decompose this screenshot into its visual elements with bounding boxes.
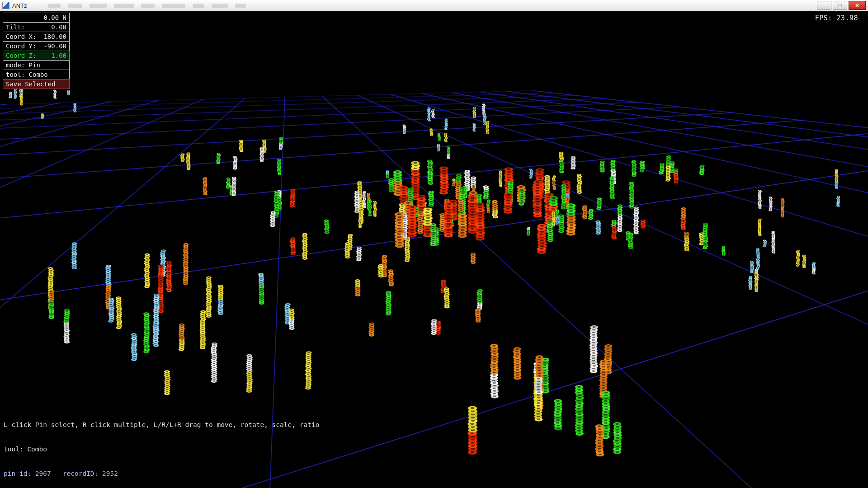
hud-panel: 0.00 N Tilt: 0.00 Coord X: 180.00 Coord … <box>3 13 70 89</box>
status-tool-line: tool: Combo <box>4 445 319 453</box>
hud-coord-z-label: Coord Z: <box>6 52 36 59</box>
hud-coord-z-value: 1.00 <box>51 52 66 59</box>
window-title: ANTz <box>12 2 27 9</box>
status-help-line: L-click Pin select, R-click multiple, L/… <box>4 421 319 429</box>
hud-coord-x-label: Coord X: <box>6 33 36 40</box>
ghost-menu-item <box>68 4 82 8</box>
save-selected-button[interactable]: Save Selected <box>3 79 70 89</box>
hud-tool-label: tool: Combo <box>6 71 48 78</box>
hud-coord-y-label: Coord Y: <box>6 42 36 50</box>
status-record-id: recordID: 2952 <box>63 470 118 477</box>
hud-tool-button[interactable]: tool: Combo <box>3 70 70 80</box>
ghost-menu-item <box>193 4 204 8</box>
ghost-menu-item <box>141 4 155 8</box>
ghost-menubar <box>48 4 246 8</box>
hud-coord-x-row: Coord X: 180.00 <box>3 32 70 42</box>
hud-mode-label: mode: Pin <box>6 61 40 69</box>
status-pin-id: pin id: 2967 <box>4 470 51 477</box>
hud-heading-row: 0.00 N <box>3 13 70 23</box>
hud-tilt-row: Tilt: 0.00 <box>3 22 70 32</box>
hud-tilt-label: Tilt: <box>6 23 25 31</box>
save-selected-label: Save Selected <box>6 80 56 88</box>
ghost-menu-item <box>90 4 107 8</box>
hud-tilt-value: 0.00 <box>51 23 66 31</box>
app-icon <box>2 2 9 9</box>
status-bar: L-click Pin select, R-click multiple, L/… <box>4 404 319 486</box>
ghost-menu-item <box>48 4 61 8</box>
window-controls: – □ ✕ <box>817 1 868 10</box>
close-button[interactable]: ✕ <box>849 1 866 10</box>
ghost-menu-item <box>235 4 246 8</box>
ghost-menu-item <box>162 4 185 8</box>
ghost-menu-item <box>212 4 228 8</box>
hud-coord-x-value: 180.00 <box>43 33 66 40</box>
window-titlebar: ANTz – □ ✕ <box>0 0 868 11</box>
minimize-button[interactable]: – <box>817 1 831 10</box>
hud-coord-z-row: Coord Z: 1.00 <box>3 51 70 61</box>
hud-coord-y-value: -90.00 <box>43 42 66 50</box>
hud-mode-button[interactable]: mode: Pin <box>3 60 70 70</box>
hud-coord-y-row: Coord Y: -90.00 <box>3 41 70 51</box>
maximize-button[interactable]: □ <box>833 1 847 10</box>
fps-counter: FPS: 23.98 <box>815 14 858 22</box>
ghost-menu-item <box>114 4 134 8</box>
hud-heading-value: 0.00 N <box>43 14 66 21</box>
status-pin-line: pin id: 2967recordID: 2952 <box>4 469 319 478</box>
